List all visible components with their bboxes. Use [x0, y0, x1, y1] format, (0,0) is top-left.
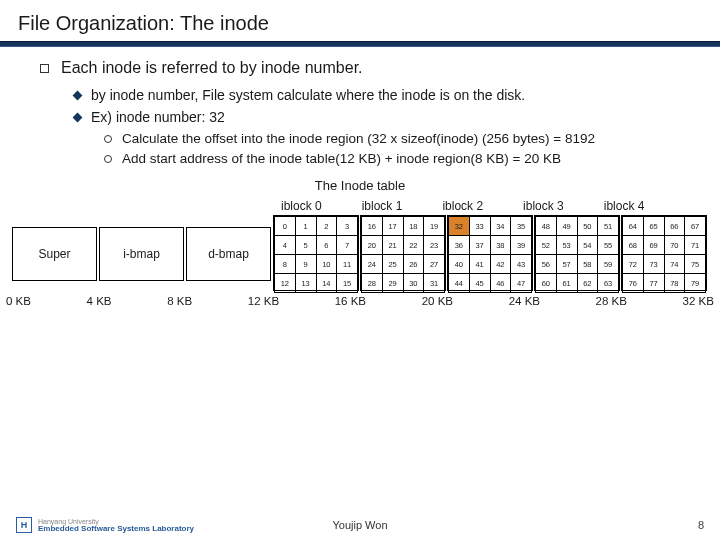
inode-cell: 79 [685, 274, 706, 293]
square-bullet-icon [40, 64, 49, 73]
inode-cell: 73 [643, 255, 664, 274]
bullet-lvl3a-text: Calculate the offset into the inode regi… [122, 131, 595, 146]
block-super: Super [12, 227, 97, 281]
inode-cell: 1 [295, 217, 316, 236]
inode-cell: 46 [490, 274, 511, 293]
kb-mark: 20 KB [422, 295, 453, 307]
inode-cell: 14 [316, 274, 337, 293]
footer-lab: Embedded Software Systems Laboratory [38, 525, 194, 533]
inode-cell: 75 [685, 255, 706, 274]
inode-cell: 36 [449, 236, 470, 255]
circle-bullet-icon [104, 155, 112, 163]
bullet-lvl3: Calculate the offset into the inode regi… [104, 131, 690, 146]
inode-cell: 34 [490, 217, 511, 236]
bullet-lvl1-text: Each inode is referred to by inode numbe… [61, 59, 363, 77]
inode-cell: 63 [598, 274, 619, 293]
kb-mark: 32 KB [683, 295, 714, 307]
inode-cell: 50 [577, 217, 598, 236]
inode-cell: 61 [556, 274, 577, 293]
kb-mark: 28 KB [596, 295, 627, 307]
kb-scale: 0 KB 4 KB 8 KB 12 KB 16 KB 20 KB 24 KB 2… [6, 295, 714, 307]
inode-cell: 10 [316, 255, 337, 274]
footer-author: Youjip Won [332, 519, 387, 531]
inode-cell: 12 [275, 274, 296, 293]
inode-cell: 37 [469, 236, 490, 255]
inode-cell: 29 [382, 274, 403, 293]
iblock-labels: iblock 0 iblock 1 iblock 2 iblock 3 iblo… [281, 199, 720, 213]
kb-mark: 24 KB [509, 295, 540, 307]
inode-cell: 66 [664, 217, 685, 236]
table-caption: The Inode table [0, 178, 720, 193]
slide-title: File Organization: The inode [0, 0, 720, 41]
inode-cell: 17 [382, 217, 403, 236]
iblock-label: iblock 0 [281, 199, 322, 213]
inode-cell: 19 [424, 217, 445, 236]
inode-grid-1: 16171819202122232425262728293031 [360, 215, 446, 291]
inode-cell: 54 [577, 236, 598, 255]
bullet-lvl2a-text: by inode number, File system calculate w… [91, 87, 525, 103]
kb-mark: 16 KB [335, 295, 366, 307]
inode-cell: 55 [598, 236, 619, 255]
inode-cell: 58 [577, 255, 598, 274]
iblock-label: iblock 2 [442, 199, 483, 213]
inode-cell: 41 [469, 255, 490, 274]
inode-cell: 53 [556, 236, 577, 255]
iblock-label: iblock 3 [523, 199, 564, 213]
inode-cell: 31 [424, 274, 445, 293]
page-number: 8 [698, 519, 704, 531]
kb-mark: 12 KB [248, 295, 279, 307]
university-logo-icon: H [16, 517, 32, 533]
footer-logo-text: Hanyang University Embedded Software Sys… [38, 518, 194, 533]
inode-cell: 60 [536, 274, 557, 293]
inode-cell: 35 [511, 217, 532, 236]
inode-cell: 38 [490, 236, 511, 255]
inode-cell: 56 [536, 255, 557, 274]
slide-footer: H Hanyang University Embedded Software S… [0, 510, 720, 540]
inode-grid-4: 64656667686970717273747576777879 [621, 215, 707, 291]
inode-cell: 59 [598, 255, 619, 274]
inode-cell: 77 [643, 274, 664, 293]
kb-mark: 8 KB [167, 295, 192, 307]
inode-cell: 18 [403, 217, 424, 236]
inode-cell: 69 [643, 236, 664, 255]
inode-cell: 45 [469, 274, 490, 293]
inode-cell: 24 [362, 255, 383, 274]
inode-cell: 39 [511, 236, 532, 255]
content-area: Each inode is referred to by inode numbe… [0, 59, 720, 166]
bullet-lvl2b-text: Ex) inode number: 32 [91, 109, 225, 125]
inode-cell: 21 [382, 236, 403, 255]
diamond-bullet-icon [73, 113, 83, 123]
inode-cell: 7 [337, 236, 358, 255]
inode-cell: 23 [424, 236, 445, 255]
inode-grid-2: 32333435363738394041424344454647 [447, 215, 533, 291]
inode-cell: 51 [598, 217, 619, 236]
block-ibmap: i-bmap [99, 227, 184, 281]
inode-cell: 15 [337, 274, 358, 293]
inode-cell: 57 [556, 255, 577, 274]
inode-cell: 8 [275, 255, 296, 274]
inode-cell: 13 [295, 274, 316, 293]
bullet-lvl3: Add start address of the inode table(12 … [104, 151, 690, 166]
inode-cell: 47 [511, 274, 532, 293]
inode-cell: 49 [556, 217, 577, 236]
bullet-lvl2: by inode number, File system calculate w… [74, 87, 690, 103]
inode-cell: 40 [449, 255, 470, 274]
inode-cell: 42 [490, 255, 511, 274]
kb-mark: 0 KB [6, 295, 31, 307]
block-dbmap: d-bmap [186, 227, 271, 281]
inode-cell: 6 [316, 236, 337, 255]
inode-cell: 20 [362, 236, 383, 255]
inode-cell: 0 [275, 217, 296, 236]
inode-cell: 44 [449, 274, 470, 293]
inode-cell: 52 [536, 236, 557, 255]
inode-cell: 62 [577, 274, 598, 293]
inode-cell: 3 [337, 217, 358, 236]
inode-cell: 9 [295, 255, 316, 274]
bullet-lvl3b-text: Add start address of the inode table(12 … [122, 151, 561, 166]
inode-cell: 64 [623, 217, 644, 236]
inode-grid-3: 48495051525354555657585960616263 [534, 215, 620, 291]
inode-cell: 28 [362, 274, 383, 293]
bullet-lvl2: Ex) inode number: 32 [74, 109, 690, 125]
inode-cell: 30 [403, 274, 424, 293]
circle-bullet-icon [104, 135, 112, 143]
